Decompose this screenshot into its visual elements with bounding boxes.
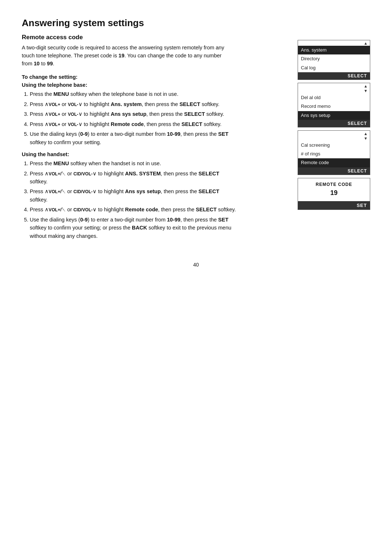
panel3-item-rings: # of rings xyxy=(298,150,370,158)
panel1-select-bar: SELECT xyxy=(298,72,370,80)
base-step-3: Press ∧VOL+ or VOL-∨ to highlight Ans sy… xyxy=(30,110,237,118)
handset-step-1: Press the MENU softkey when the handset … xyxy=(30,159,237,167)
handset-step-4: Press ∧VOL+/␇ or CID/VOL-∨ to highlight … xyxy=(30,206,237,214)
page-title: Answering system settings xyxy=(22,17,370,29)
panel3-scroll-arrows: ▲▼ xyxy=(298,131,370,141)
base-step-2: Press ∧VOL+ or VOL-∨ to highlight Ans. s… xyxy=(30,100,237,108)
remote-code-title: REMOTE CODE xyxy=(298,178,370,188)
phone-panels: ▲ Ans. system Directory Cal log SELECT ▲… xyxy=(298,40,370,210)
intro-paragraph: A two-digit security code is required to… xyxy=(22,44,232,68)
handset-step-3: Press ∧VOL+/␇ or CID/VOL-∨ to highlight … xyxy=(30,187,237,204)
remote-code-set-button: SET xyxy=(298,201,370,210)
page-number: 40 xyxy=(22,262,370,268)
remote-code-value: 19 xyxy=(298,188,370,201)
panel2-item-ans-sys-setup: Ans sys setup xyxy=(298,111,370,120)
panel2-item-record: Record memo xyxy=(298,102,370,111)
panel-remote-code: ▲▼ Cal screening # of rings Remote code … xyxy=(298,130,370,175)
panel2-select-bar: SELECT xyxy=(298,120,370,127)
panel-remote-code-set: REMOTE CODE 19 SET xyxy=(298,178,370,210)
panel-ans-system: ▲ Ans. system Directory Cal log SELECT xyxy=(298,40,370,80)
handset-step-5: Use the dialing keys (0-9) to enter a tw… xyxy=(30,216,237,240)
panel1-item-ans-system: Ans. system xyxy=(298,46,370,54)
panel2-item-del: Del al old xyxy=(298,93,370,102)
panel-ans-sys-setup: ▲▼ Del al old Record memo Ans sys setup … xyxy=(298,83,370,127)
panel2-scroll-arrows: ▲▼ xyxy=(298,83,370,93)
base-step-5: Use the dialing keys (0-9) to enter a tw… xyxy=(30,130,237,146)
panel3-select-bar: SELECT xyxy=(298,167,370,175)
handset-step-2: Press ∧VOL+/␇ or CID/VOL-∨ to highlight … xyxy=(30,170,237,186)
panel1-item-directory: Directory xyxy=(298,54,370,63)
panel3-item-remote-code: Remote code xyxy=(298,158,370,167)
base-step-1: Press the MENU softkey when the telephon… xyxy=(30,90,237,98)
base-step-4: Press ∧VOL+ or VOL-∨ to highlight Remote… xyxy=(30,120,237,128)
panel1-item-callog: Cal log xyxy=(298,64,370,72)
panel3-item-cal-screening: Cal screening xyxy=(298,141,370,150)
panel1-scroll-arrow: ▲ xyxy=(298,40,370,46)
